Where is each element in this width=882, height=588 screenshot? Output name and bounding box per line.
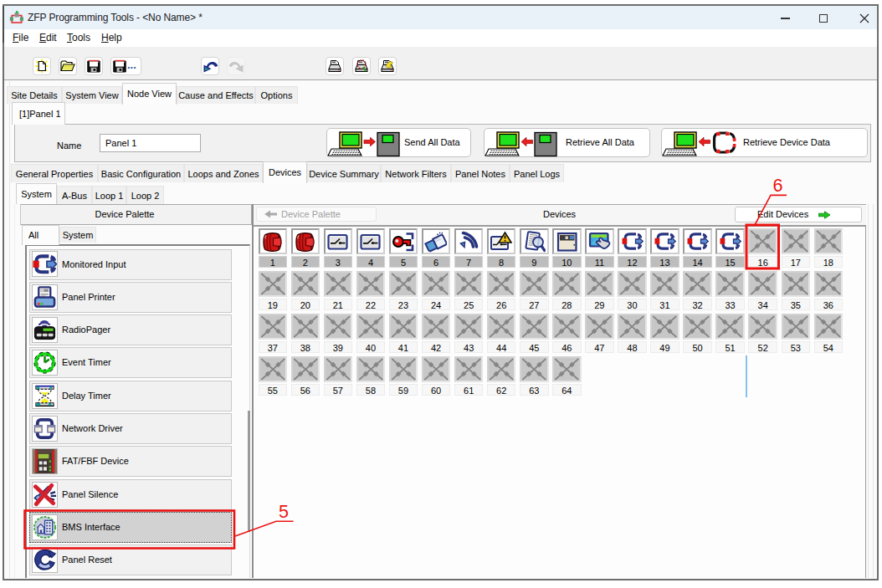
svg-text:5: 5 bbox=[279, 502, 289, 522]
svg-text:6: 6 bbox=[773, 176, 783, 196]
